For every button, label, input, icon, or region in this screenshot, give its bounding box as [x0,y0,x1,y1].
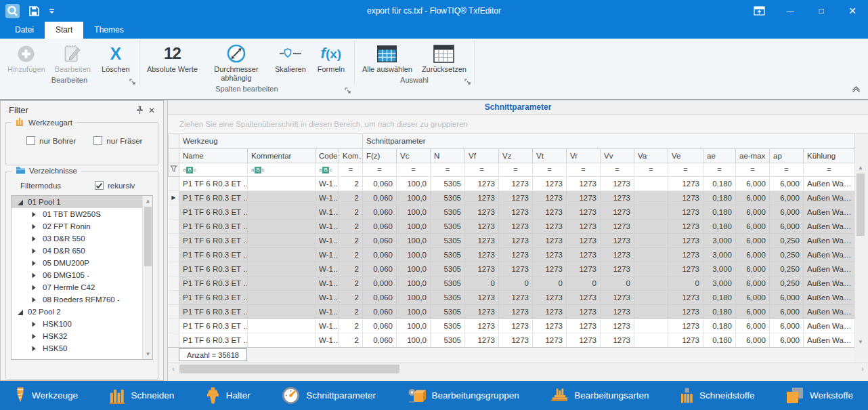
cell-vt[interactable]: 1273 [533,319,567,333]
filter-cell-code[interactable]: aBc [316,163,339,176]
cell-name[interactable]: P1 TF 6 R0.3 ET … [179,219,248,233]
cell-ae-max[interactable]: 6,000 [736,233,770,247]
cell-vz[interactable]: 0 [499,276,533,290]
ribbon-button-zuruecksetzen[interactable]: Zurücksetzen [417,40,471,75]
cell-f-z[interactable]: 0,060 [363,304,397,319]
cell-kuehlung[interactable]: Außen Wa… [804,319,855,333]
cell-name[interactable]: P1 TF 6 R0.3 ET … [179,333,248,347]
cell-f-z[interactable]: 0,060 [363,319,397,333]
ribbon-button-loeschen[interactable]: XLöschen [95,40,136,75]
cell-vv[interactable]: 1273 [601,319,634,333]
ribbon-button-alle-auswaehlen[interactable]: Alle auswählen [357,40,417,75]
cell-ae[interactable]: 3,000 [703,276,736,290]
column-header-vz[interactable]: Vz [499,148,533,163]
cell-name[interactable]: P1 TF 6 R0.3 ET … [179,190,248,205]
minimize-button[interactable]: — [775,0,806,22]
cell-kom[interactable]: 2 [339,205,363,219]
cell-vr[interactable]: 1273 [567,333,601,347]
cell-kommentar[interactable] [248,276,316,290]
cell-ae[interactable]: 3,000 [703,247,736,262]
cell-name[interactable]: P1 TF 6 R0.3 ET … [179,205,248,219]
cell-ae-max[interactable]: 6,000 [736,290,770,304]
cell-ap[interactable]: 0,250 [770,233,804,247]
cell-vv[interactable]: 1273 [601,290,634,304]
cell-kommentar[interactable] [248,319,316,333]
cell-ve[interactable]: 1273 [668,304,703,319]
cell-vz[interactable]: 1273 [499,233,533,247]
cell-code[interactable]: W-1… [316,304,339,319]
cell-vv[interactable]: 1273 [601,190,634,205]
tree-item-hsk32[interactable]: HSK32 [12,330,152,342]
cell-ve[interactable]: 1273 [668,247,703,262]
cell-kom[interactable]: 2 [339,333,363,347]
cell-ae-max[interactable]: 6,000 [736,190,770,205]
column-header-va[interactable]: Va [634,148,668,163]
table-row[interactable]: P1 TF 6 R0.3 ET …W-1…20,060100,053051273… [169,304,855,319]
column-header-ap[interactable]: ap [770,148,804,163]
table-row[interactable]: P1 TF 6 R0.3 ET …W-1…20,060100,053051273… [169,176,855,190]
filter-cell-ve[interactable]: = [668,163,703,176]
cell-vr[interactable]: 1273 [567,219,601,233]
cell-kom[interactable]: 2 [339,233,363,247]
expand-closed-icon[interactable] [32,297,38,303]
dialog-launcher-icon[interactable] [345,86,351,98]
checkbox-rekursiv[interactable]: rekursiv [95,181,135,190]
cell-va[interactable] [634,304,668,319]
cell-f-z[interactable]: 0,060 [363,190,397,205]
filter-cell-kommentar[interactable]: aBc [248,163,316,176]
cell-vc[interactable]: 100,0 [397,276,431,290]
cell-n[interactable]: 5305 [431,290,465,304]
cell-kom[interactable]: 2 [339,304,363,319]
cell-vt[interactable]: 1273 [533,333,567,347]
cell-ae[interactable]: 0,180 [703,190,736,205]
band-header-schnittparameter[interactable]: Schnittparameter [363,134,855,148]
expand-closed-icon[interactable] [32,224,38,230]
table-row[interactable]: P1 TF 6 R0.3 ET …W-1…20,000100,053050000… [169,276,855,290]
cell-kommentar[interactable] [248,219,316,233]
cell-kuehlung[interactable]: Außen Wa… [804,219,855,233]
expand-closed-icon[interactable] [32,346,38,352]
filter-cell-va[interactable]: = [634,163,668,176]
cell-f-z[interactable]: 0,060 [363,333,397,347]
cell-n[interactable]: 5305 [431,247,465,262]
filter-edit-icon[interactable] [169,163,179,176]
table-row[interactable]: P1 TF 6 R0.3 ET …W-1…20,060100,053051273… [169,319,855,333]
checkbox-nur-bohrer[interactable]: nur Bohrer [26,136,76,145]
cell-f-z[interactable]: 0,060 [363,262,397,276]
cell-vv[interactable]: 1273 [601,233,634,247]
cell-ap[interactable]: 6,000 [770,290,804,304]
expand-closed-icon[interactable] [32,236,38,242]
ribbon-button-skalieren[interactable]: Skalieren [270,40,311,83]
table-row[interactable]: P1 TF 6 R0.3 ET …W-1…20,060100,053051273… [169,233,855,247]
cell-ae[interactable]: 0,180 [703,219,736,233]
table-row[interactable]: P1 TF 6 R0.3 ET …W-1…20,060100,053051273… [169,290,855,304]
tree-item-08-roeders-rfm760[interactable]: 08 Roeders RFM760 - [12,293,152,306]
cell-vc[interactable]: 100,0 [397,247,431,262]
cell-vr[interactable]: 1273 [567,262,601,276]
cell-n[interactable]: 5305 [431,233,465,247]
cell-vt[interactable]: 1273 [533,262,567,276]
cell-code[interactable]: W-1… [316,190,339,205]
cell-ae[interactable]: 3,000 [703,262,736,276]
ribbon-collapse-chevron-icon[interactable] [851,84,861,96]
cell-va[interactable] [634,233,668,247]
cell-vz[interactable]: 1273 [499,219,533,233]
cell-kom[interactable]: 2 [339,319,363,333]
cell-n[interactable]: 5305 [431,304,465,319]
cell-vf[interactable]: 1273 [465,262,499,276]
cell-code[interactable]: W-1… [316,247,339,262]
qat-dropdown-icon[interactable] [49,8,55,14]
column-header-vc[interactable]: Vc [397,148,431,163]
cell-ve[interactable]: 1273 [668,176,703,190]
tree-item-01-tbt-bw250s[interactable]: 01 TBT BW250S [12,208,152,220]
cell-vz[interactable]: 1273 [499,290,533,304]
cell-ae-max[interactable]: 6,000 [736,219,770,233]
cell-vt[interactable]: 0 [533,276,567,290]
cell-vc[interactable]: 100,0 [397,262,431,276]
cell-vf[interactable]: 1273 [465,333,499,347]
cell-ae-max[interactable]: 6,000 [736,247,770,262]
column-header-kom[interactable]: Kom… [339,148,363,163]
cell-kommentar[interactable] [248,247,316,262]
cell-n[interactable]: 5305 [431,333,465,347]
cell-f-z[interactable]: 0,060 [363,247,397,262]
